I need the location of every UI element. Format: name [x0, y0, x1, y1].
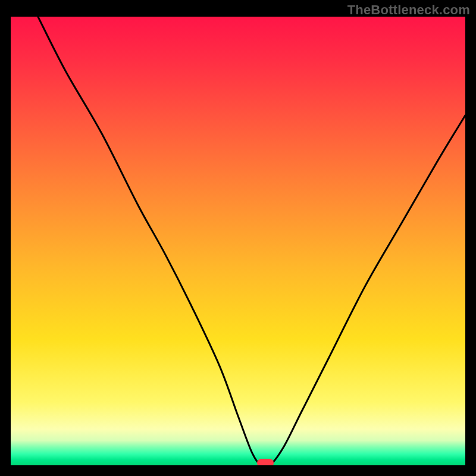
chart-frame: TheBottleneck.com: [0, 0, 476, 476]
plot-area: [11, 17, 465, 465]
optimal-marker-icon: [257, 459, 274, 465]
bottleneck-curve: [11, 17, 465, 465]
watermark-text: TheBottleneck.com: [347, 2, 470, 18]
